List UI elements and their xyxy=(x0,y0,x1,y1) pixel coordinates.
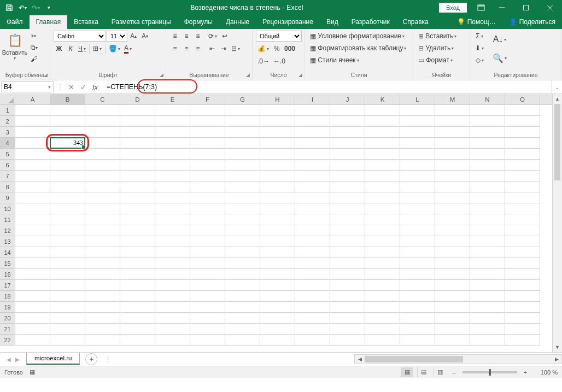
cell[interactable] xyxy=(260,291,295,302)
cell[interactable] xyxy=(190,335,225,346)
cell[interactable] xyxy=(470,236,505,247)
cell[interactable] xyxy=(295,171,330,182)
horizontal-scrollbar[interactable]: ◀ ▶ xyxy=(354,354,562,364)
page-break-view-button[interactable]: ▥ xyxy=(434,367,446,377)
row-header[interactable]: 11 xyxy=(0,214,15,225)
cell[interactable] xyxy=(295,203,330,214)
cell[interactable] xyxy=(435,269,470,280)
cell[interactable] xyxy=(155,138,190,149)
cell[interactable] xyxy=(295,105,330,116)
cell[interactable] xyxy=(85,236,120,247)
cell[interactable] xyxy=(120,203,155,214)
cell[interactable] xyxy=(505,280,540,291)
cell[interactable] xyxy=(400,182,435,192)
cell[interactable] xyxy=(295,313,330,324)
tab-review[interactable]: Рецензирование xyxy=(256,15,320,29)
qat-customize-icon[interactable]: ▾ xyxy=(43,2,55,14)
cell[interactable] xyxy=(155,105,190,116)
cell[interactable] xyxy=(225,280,260,291)
zoom-level[interactable]: 100 % xyxy=(534,369,558,376)
cell[interactable] xyxy=(295,149,330,160)
cell[interactable] xyxy=(260,203,295,214)
sign-in-button[interactable]: Вход xyxy=(439,3,467,13)
maximize-button[interactable] xyxy=(514,0,538,15)
cell[interactable] xyxy=(260,127,295,138)
cell[interactable] xyxy=(330,225,365,236)
column-header[interactable]: O xyxy=(505,94,540,104)
cell[interactable] xyxy=(505,214,540,225)
sheet-nav-next-icon[interactable]: ▶ xyxy=(15,356,20,362)
cell[interactable] xyxy=(85,247,120,258)
cell[interactable] xyxy=(295,324,330,335)
decrease-indent-button[interactable]: ⇤ xyxy=(207,43,218,54)
cell[interactable] xyxy=(400,171,435,182)
cell[interactable] xyxy=(295,335,330,346)
cell[interactable] xyxy=(15,149,50,160)
column-header[interactable]: K xyxy=(365,94,400,104)
cell[interactable] xyxy=(190,203,225,214)
tab-formulas[interactable]: Формулы xyxy=(178,15,219,29)
cell[interactable] xyxy=(295,192,330,203)
cell[interactable] xyxy=(470,192,505,203)
cell[interactable] xyxy=(470,149,505,160)
cell-styles-button[interactable]: ▦ Стили ячеек xyxy=(308,55,410,66)
cell[interactable] xyxy=(190,269,225,280)
cell[interactable] xyxy=(435,236,470,247)
tab-file[interactable]: Файл xyxy=(0,15,30,29)
cell[interactable] xyxy=(260,247,295,258)
cell[interactable] xyxy=(435,127,470,138)
cell[interactable] xyxy=(15,116,50,127)
borders-button[interactable]: ⊞ xyxy=(91,43,103,54)
clear-button[interactable]: ◇ xyxy=(473,55,485,66)
cell[interactable] xyxy=(120,302,155,313)
cell[interactable] xyxy=(190,302,225,313)
cell[interactable] xyxy=(15,171,50,182)
cell[interactable] xyxy=(435,203,470,214)
cell[interactable] xyxy=(190,105,225,116)
cell[interactable] xyxy=(260,302,295,313)
cell[interactable] xyxy=(365,258,400,269)
cut-button[interactable]: ✂ xyxy=(28,31,39,42)
cell[interactable] xyxy=(295,182,330,192)
row-header[interactable]: 17 xyxy=(0,280,15,291)
cell[interactable] xyxy=(295,247,330,258)
row-header[interactable]: 20 xyxy=(0,313,15,324)
row-header[interactable]: 15 xyxy=(0,258,15,269)
cell[interactable] xyxy=(435,116,470,127)
cell[interactable] xyxy=(225,203,260,214)
cell[interactable] xyxy=(190,192,225,203)
cell[interactable] xyxy=(295,214,330,225)
zoom-in-button[interactable]: + xyxy=(522,369,529,376)
cell[interactable] xyxy=(85,225,120,236)
cell[interactable] xyxy=(260,105,295,116)
cell[interactable] xyxy=(50,127,85,138)
expand-formula-bar-icon[interactable]: ⌄ xyxy=(551,80,562,93)
cell[interactable] xyxy=(50,280,85,291)
cells-area[interactable]: 343 xyxy=(15,105,540,346)
column-header[interactable]: N xyxy=(470,94,505,104)
cell[interactable] xyxy=(470,138,505,149)
cell[interactable] xyxy=(190,225,225,236)
cell[interactable] xyxy=(400,116,435,127)
cell[interactable] xyxy=(295,258,330,269)
column-header[interactable]: B xyxy=(50,94,85,104)
cell[interactable] xyxy=(85,291,120,302)
cell[interactable] xyxy=(15,302,50,313)
cell[interactable] xyxy=(295,269,330,280)
cell[interactable] xyxy=(50,214,85,225)
cell[interactable] xyxy=(435,291,470,302)
cell[interactable] xyxy=(330,105,365,116)
cell[interactable] xyxy=(260,182,295,192)
number-format-select[interactable]: Общий xyxy=(256,31,302,42)
align-right-button[interactable]: ≡ xyxy=(192,43,203,54)
tab-data[interactable]: Данные xyxy=(219,15,256,29)
tab-insert[interactable]: Вставка xyxy=(67,15,105,29)
cell[interactable] xyxy=(120,160,155,171)
format-cells-button[interactable]: ▭ Формат xyxy=(417,55,467,66)
cell[interactable] xyxy=(15,225,50,236)
cell[interactable] xyxy=(295,138,330,149)
cell[interactable] xyxy=(155,127,190,138)
cell[interactable] xyxy=(225,335,260,346)
cell[interactable] xyxy=(120,236,155,247)
cell[interactable] xyxy=(330,182,365,192)
